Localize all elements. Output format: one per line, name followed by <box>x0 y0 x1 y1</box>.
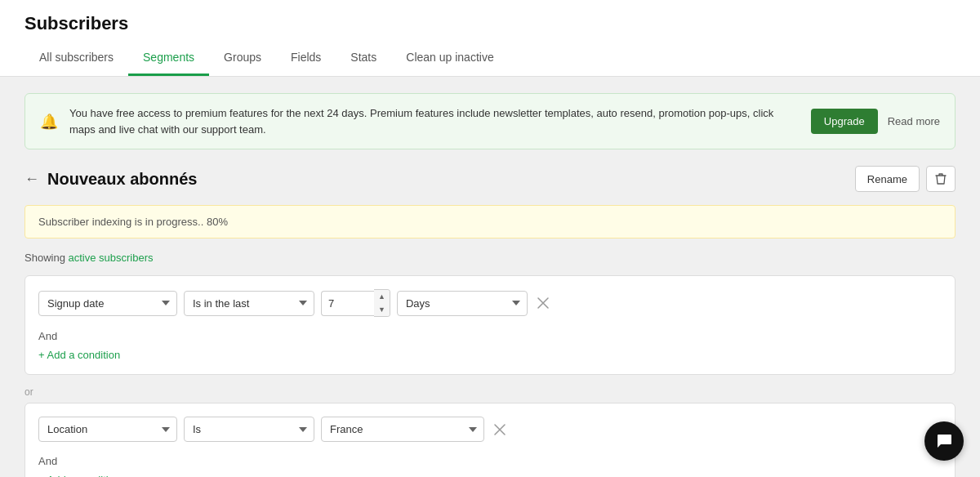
trash-icon <box>935 172 947 185</box>
field-select-1[interactable]: Signup date Location Email Name <box>38 291 177 316</box>
upgrade-button[interactable]: Upgrade <box>811 109 878 134</box>
close-icon-2 <box>494 424 506 435</box>
tab-segments[interactable]: Segments <box>128 41 209 76</box>
condition-group-2: Location Signup date Email Name Is Is no… <box>24 403 956 477</box>
number-spinners-1: ▲ ▼ <box>374 289 390 317</box>
close-icon-1 <box>537 297 549 309</box>
page-title: Subscribers <box>24 0 956 41</box>
segment-header: ← Nouveaux abonnés Rename <box>24 166 956 192</box>
read-more-button[interactable]: Read more <box>888 115 940 127</box>
spinner-down-1[interactable]: ▼ <box>374 303 390 316</box>
country-select-2[interactable]: France Germany Spain United Kingdom <box>321 417 484 442</box>
or-divider-1: or <box>24 381 956 403</box>
promo-actions: Upgrade Read more <box>811 109 940 134</box>
operator-select-1[interactable]: Is in the last Is Is not Is before Is af… <box>184 291 314 316</box>
active-subscribers-link[interactable]: active subscribers <box>68 252 153 264</box>
and-label-1: And <box>38 327 942 345</box>
segment-name: Nouveaux abonnés <box>47 170 197 189</box>
condition-row-2: Location Signup date Email Name Is Is no… <box>38 417 942 442</box>
back-arrow-icon[interactable]: ← <box>24 171 39 188</box>
tab-fields[interactable]: Fields <box>276 41 336 76</box>
chat-widget[interactable] <box>924 421 964 461</box>
segment-title-row: ← Nouveaux abonnés <box>24 170 197 189</box>
tabs-bar: All subscribers Segments Groups Fields S… <box>24 41 956 76</box>
field-select-2[interactable]: Location Signup date Email Name <box>38 417 177 442</box>
delete-button[interactable] <box>926 166 956 192</box>
tab-all-subscribers[interactable]: All subscribers <box>24 41 128 76</box>
remove-condition-1[interactable] <box>534 294 552 312</box>
tab-groups[interactable]: Groups <box>209 41 276 76</box>
progress-banner: Subscriber indexing is in progress.. 80% <box>24 205 956 238</box>
content-area: 🔔 You have free access to premium featur… <box>0 77 980 477</box>
showing-row: Showing active subscribers <box>24 252 956 264</box>
rename-button[interactable]: Rename <box>855 166 920 192</box>
operator-select-2[interactable]: Is Is not Contains <box>184 417 314 442</box>
chat-icon <box>935 432 953 450</box>
tab-clean-up-inactive[interactable]: Clean up inactive <box>391 41 508 76</box>
spinner-up-1[interactable]: ▲ <box>374 290 390 303</box>
number-input-1[interactable] <box>321 291 374 316</box>
promo-text: You have free access to premium features… <box>69 105 800 137</box>
segment-actions: Rename <box>855 166 956 192</box>
add-condition-link-2[interactable]: + Add a condition <box>38 474 120 477</box>
number-input-wrap-1: ▲ ▼ <box>321 289 390 317</box>
add-condition-link-1[interactable]: + Add a condition <box>38 349 120 361</box>
unit-select-1[interactable]: Days Weeks Months <box>397 291 528 316</box>
condition-group-1: Signup date Location Email Name Is in th… <box>24 275 956 375</box>
and-label-2: And <box>38 452 942 470</box>
promo-banner: 🔔 You have free access to premium featur… <box>24 93 956 149</box>
condition-row-1: Signup date Location Email Name Is in th… <box>38 289 942 317</box>
tab-stats[interactable]: Stats <box>336 41 391 76</box>
top-bar: Subscribers All subscribers Segments Gro… <box>0 0 980 77</box>
remove-condition-2[interactable] <box>491 421 509 439</box>
bell-icon: 🔔 <box>40 113 58 131</box>
